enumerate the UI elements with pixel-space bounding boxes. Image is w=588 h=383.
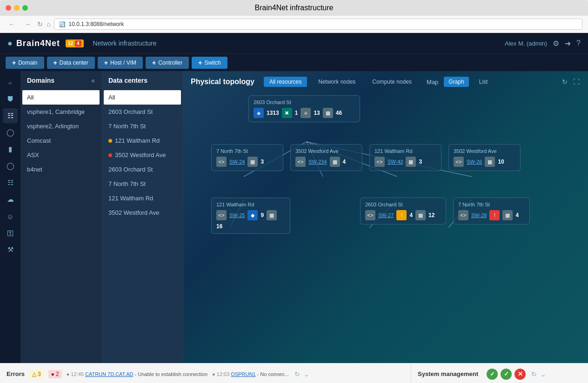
sysmgmt-check-1[interactable]: ✓ (487, 369, 498, 380)
address-bar[interactable]: 🔄 10.0.1.3:8088/network (54, 19, 582, 30)
sidebar-nav: « ⛊ ☷ ◯ ▮ ◯ ☷ ☁ ☺ ⚿ ⚒ (0, 71, 20, 363)
node-7north-1[interactable]: 7 North 7th St <> SW-24 ▦ 3 (211, 144, 283, 171)
nav-collapse-icon[interactable]: « (3, 75, 18, 90)
node-3502-1[interactable]: 3502 Westford Ave <> SW-234 ▦ 4 (290, 144, 362, 171)
error-source-1[interactable]: CATRUN 7D.CAT.AD (85, 371, 134, 377)
server-icon-7: ▦ (502, 210, 513, 220)
domain-item-vsphere1[interactable]: vsphere1, Cambridge (20, 105, 101, 119)
node-3502-2-title: 3502 Westford Ave (454, 148, 515, 154)
dc-item-121waltham[interactable]: 121 Waltham Rd (102, 133, 183, 148)
nav-topology-icon[interactable]: ⛊ (3, 92, 18, 106)
nav-history-icon[interactable]: ◯ (3, 158, 18, 173)
node-2603orchard-2-count: 12 (428, 212, 434, 218)
sw-234-link[interactable]: SW-234 (308, 159, 327, 165)
sw-24-link[interactable]: SW-24 (229, 159, 245, 165)
nav-list-icon[interactable]: ☷ (3, 108, 18, 123)
refresh-icon[interactable]: ↻ (561, 77, 568, 86)
content-title: Physical topology (191, 78, 254, 86)
sysmgmt-x[interactable]: ✕ (514, 369, 526, 380)
add-controller-button[interactable]: + Controller (146, 57, 189, 69)
add-hostvim-button[interactable]: + Host / VIM (98, 57, 143, 69)
error-icon-7: ! (489, 210, 500, 220)
node-7north-2-count: 4 (515, 212, 519, 218)
home-button[interactable]: ⌂ (47, 20, 50, 28)
node-3502-2[interactable]: 3502 Westford Ave <> SW-26 ▦ 10 (448, 144, 521, 171)
back-button[interactable]: ← (6, 20, 18, 29)
server-icon-4: ▦ (485, 157, 495, 167)
nav-items-icon[interactable]: ☷ (3, 175, 18, 190)
root-node[interactable]: 2603 Orchard St ◈ 1313 ✖ 1 ⎆ 13 ▦ 46 (248, 95, 360, 122)
domains-collapse-icon[interactable]: « (91, 77, 95, 84)
dc-item-orchard2[interactable]: 2603 Orchard St (102, 162, 183, 177)
add-switch-button[interactable]: + Switch (192, 57, 227, 69)
nav-cloud-icon[interactable]: ☁ (3, 192, 18, 207)
error-source-2[interactable]: OSPRUN1 (231, 371, 255, 377)
nav-chart-icon[interactable]: ▮ (3, 142, 18, 157)
add-datacenter-button[interactable]: + Data center (47, 57, 95, 69)
help-icon[interactable]: ? (576, 39, 581, 47)
filter-network-nodes[interactable]: Network nodes (313, 77, 361, 87)
errors-refresh-icon[interactable]: ↻ (294, 370, 301, 379)
domain-item-vsphere2[interactable]: vsphere2, Arlington (20, 119, 101, 133)
dc-item-121waltham2[interactable]: 121 Waltham Rd (102, 191, 183, 205)
plus-icon: + (152, 59, 156, 66)
settings-icon[interactable]: ⚙ (553, 39, 559, 48)
alert-icon-6: ! (396, 210, 407, 220)
node-2603orchard-2[interactable]: 2603 Orchard St <> SW-27 ! 4 ▦ 12 (360, 198, 446, 225)
sysmgmt-check-2[interactable]: ✓ (501, 369, 512, 380)
node-121waltham-1-title: 121 Waltham Rd (374, 148, 436, 154)
dc-item-7north[interactable]: 7 North 7th St (102, 119, 183, 133)
domain-item-b4net[interactable]: b4net (20, 162, 101, 177)
error-text-1: - Unable to establish connection (135, 371, 208, 377)
app: ● Brain4Net 12 4 Network infrastructure … (0, 33, 588, 383)
fullscreen-icon[interactable]: ⛶ (572, 77, 581, 86)
sw-25-link[interactable]: SW-25 (229, 212, 245, 218)
logout-icon[interactable]: ➔ (565, 39, 571, 48)
sysmgmt-actions: ↻ ⌄ (530, 370, 547, 379)
dc-item-all[interactable]: All (104, 90, 181, 105)
maximize-button[interactable] (22, 5, 28, 11)
dc-item-7north2[interactable]: 7 North 7th St (102, 177, 183, 191)
node-121waltham-1[interactable]: 121 Waltham Rd <> SW-42 ▦ 3 (369, 144, 441, 171)
url-text: 10.0.1.3:8088/network (68, 21, 124, 27)
reload-button[interactable]: ↻ (37, 20, 43, 28)
sw-42-link[interactable]: SW-42 (388, 159, 403, 165)
add-domain-button[interactable]: + Domain (6, 57, 44, 69)
dot-red-icon (108, 153, 112, 157)
filter-all-resources[interactable]: All resources (264, 77, 307, 87)
status-errors-panel: Errors △ 3 ● 2 ● 12:45 CATRUN 7D.CAT.AD … (0, 363, 411, 383)
dc-item-orchard[interactable]: 2603 Orchard St (102, 105, 183, 119)
dc-item-3502westford[interactable]: 3502 Westford Ave (102, 148, 183, 162)
sw-27-link[interactable]: SW-27 (378, 212, 394, 218)
nav-users-icon[interactable]: ☺ (3, 209, 18, 224)
nav-key-icon[interactable]: ⚿ (3, 225, 18, 240)
node-7north-2[interactable]: 7 North 7th St <> SW-28 ! ▦ 4 (453, 198, 530, 225)
datacenters-title: Data centers (108, 77, 147, 84)
node-121waltham-2[interactable]: 121 Waltham Rd <> SW-25 ◆ 9 ▦ 16 (211, 198, 290, 234)
view-map-label: Map (427, 79, 438, 86)
forward-button[interactable]: → (21, 20, 33, 29)
dc-item-3502westford2[interactable]: 3502 Westford Ave (102, 205, 183, 220)
node-2603orchard-2-row: <> SW-27 ! 4 ▦ 12 (365, 210, 441, 220)
notification-badge[interactable]: 12 4 (66, 40, 84, 47)
nav-tools-icon[interactable]: ⚒ (3, 242, 18, 257)
domains-list: All vsphere1, Cambridge vsphere2, Arling… (20, 90, 101, 363)
errors-expand-icon[interactable]: ⌄ (303, 370, 310, 379)
sysmgmt-refresh-icon[interactable]: ↻ (530, 370, 538, 379)
domain-item-asx[interactable]: ASX (20, 148, 101, 162)
nav-connections-icon[interactable]: ◯ (3, 125, 18, 140)
domain-item-all[interactable]: All (22, 90, 100, 105)
view-list-button[interactable]: List (474, 77, 493, 87)
close-button[interactable] (6, 5, 11, 11)
datacenters-list: All 2603 Orchard St 7 North 7th St 121 W… (102, 90, 183, 363)
domains-panel: Domains « All vsphere1, Cambridge vspher… (20, 71, 102, 363)
filter-compute-nodes[interactable]: Compute nodes (367, 77, 417, 87)
sw-28-link[interactable]: SW-28 (471, 212, 487, 218)
sysmgmt-expand-icon[interactable]: ⌄ (540, 370, 547, 379)
minimize-button[interactable] (14, 5, 20, 11)
topology-graph[interactable]: 2603 Orchard St ◈ 1313 ✖ 1 ⎆ 13 ▦ 46 7 N… (183, 91, 588, 363)
view-graph-button[interactable]: Graph (444, 77, 468, 87)
sw-26-link[interactable]: SW-26 (467, 159, 482, 165)
domains-title: Domains (27, 77, 54, 84)
domain-item-comcast[interactable]: Comcast (20, 133, 101, 148)
